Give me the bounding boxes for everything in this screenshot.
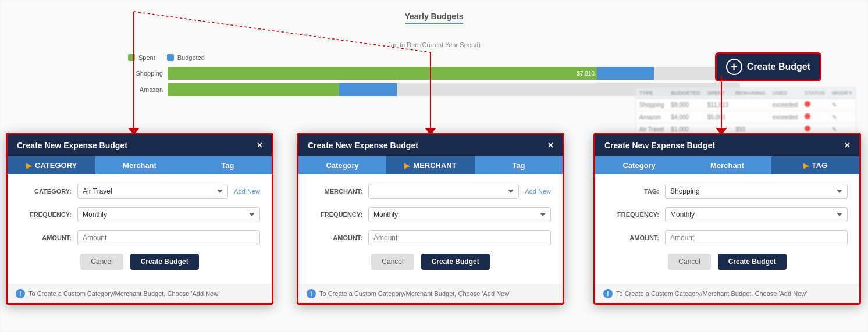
form-row-amount-1: AMOUNT:: [19, 230, 260, 245]
cell-modify[interactable]: ✎: [828, 111, 856, 123]
tab-category-label-3: Category: [622, 161, 655, 170]
cell-remaining: [732, 111, 769, 123]
modal-category: Create New Expense Budget × ▶ CATEGORY M…: [6, 133, 273, 305]
form-row-frequency-1: FREQUENCY: Monthly Weekly Yearly: [19, 207, 260, 222]
info-icon-2: i: [307, 289, 316, 298]
tab-tag-3[interactable]: ▶ TAG: [771, 156, 859, 174]
merchant-select[interactable]: Amazon Walmart: [368, 184, 519, 199]
category-field-label: CATEGORY:: [19, 188, 72, 195]
modal-3-title: Create New Expense Budget: [604, 141, 715, 150]
merchant-field-label: MERCHANT:: [310, 188, 362, 195]
tab-tag-label-3: TAG: [812, 161, 827, 170]
col-spent: SPENT: [704, 88, 732, 99]
modal-3-actions: Cancel Create Budget: [607, 254, 848, 270]
modal-1-close[interactable]: ×: [257, 140, 262, 151]
cell-used: exceeded: [769, 99, 801, 111]
plus-circle-icon: +: [726, 59, 742, 75]
budget-table: TYPE BUDGETED SPENT REMAINING USED STATU…: [635, 87, 856, 136]
cell-status: [801, 111, 828, 123]
col-used: USED: [769, 88, 801, 99]
spent-dot: [128, 54, 135, 61]
category-select[interactable]: Air Travel Shopping Amazon: [77, 184, 228, 199]
footer-text-3: To Create a Custom Category/Merchant Bud…: [616, 290, 807, 297]
frequency-field-label-3: FREQUENCY:: [607, 211, 659, 218]
tab-category-3[interactable]: Category: [595, 156, 683, 174]
budgeted-label: Budgeted: [177, 54, 205, 61]
cancel-button-2[interactable]: Cancel: [371, 254, 414, 270]
budgeted-legend: Budgeted: [167, 54, 205, 61]
tab-tag-1[interactable]: Tag: [184, 156, 272, 174]
create-budget-button[interactable]: + Create Budget: [715, 52, 821, 81]
form-row-tag: TAG: Shopping Travel Food: [607, 184, 848, 199]
modal-2-header: Create New Expense Budget ×: [298, 134, 563, 156]
create-button-1[interactable]: Create Budget: [130, 254, 199, 270]
cancel-button-1[interactable]: Cancel: [80, 254, 123, 270]
tab-category-1[interactable]: ▶ CATEGORY: [8, 156, 95, 174]
spent-legend: Spent: [128, 54, 155, 61]
cell-budgeted: $4,000: [667, 111, 704, 123]
cancel-button-3[interactable]: Cancel: [668, 254, 710, 270]
modal-3-close[interactable]: ×: [845, 140, 850, 151]
col-type: TYPE: [636, 88, 667, 99]
tab-category-2[interactable]: Category: [298, 156, 386, 174]
frequency-field-label-2: FREQUENCY:: [310, 211, 362, 218]
form-row-category: CATEGORY: Air Travel Shopping Amazon Add…: [19, 184, 260, 199]
modal-tag: Create New Expense Budget × Category Mer…: [593, 133, 861, 305]
amount-field-label-3: AMOUNT:: [607, 234, 659, 241]
budgeted-dot: [167, 54, 174, 61]
tab-merchant-2[interactable]: ▶ MERCHANT: [386, 156, 474, 174]
col-modify: MODIFY: [828, 88, 856, 99]
modal-2-title: Create New Expense Budget: [308, 141, 418, 150]
bar-label-amazon: Amazon: [128, 86, 163, 93]
amount-input-3[interactable]: [665, 230, 848, 245]
create-budget-label: Create Budget: [747, 62, 810, 72]
page-title: Yearly Budgets: [12, 12, 856, 21]
modal-1-actions: Cancel Create Budget: [19, 254, 260, 270]
modal-2-close[interactable]: ×: [548, 140, 553, 151]
col-budgeted: BUDGETED: [667, 88, 704, 99]
tab-merchant-1[interactable]: Merchant: [95, 156, 183, 174]
tab-merchant-3[interactable]: Merchant: [683, 156, 771, 174]
add-new-link-2[interactable]: Add New: [525, 188, 551, 195]
modal-1-header: Create New Expense Budget ×: [8, 134, 272, 156]
table-row: Amazon $4,000 $5,000 exceeded ✎: [636, 111, 856, 123]
tab-merchant-label: Merchant: [123, 161, 156, 170]
footer-text-2: To Create a Custom Category/Merchant Bud…: [319, 290, 510, 297]
modal-3-footer: i To Create a Custom Category/Merchant B…: [595, 284, 859, 303]
cell-type: Amazon: [636, 111, 667, 123]
form-row-frequency-3: FREQUENCY: Monthly Weekly Yearly: [607, 207, 848, 222]
modal-1-title: Create New Expense Budget: [17, 141, 127, 150]
info-icon-1: i: [16, 289, 25, 298]
frequency-select-1[interactable]: Monthly Weekly Yearly: [77, 207, 260, 222]
bar-green-shopping: $7,813: [168, 67, 597, 80]
create-button-3[interactable]: Create Budget: [718, 254, 787, 270]
frequency-select-2[interactable]: Monthly Weekly Yearly: [368, 207, 551, 222]
form-row-frequency-2: FREQUENCY: Monthly Weekly Yearly: [310, 207, 551, 222]
cell-spent: $5,000: [704, 111, 732, 123]
modal-1-footer: i To Create a Custom Category/Merchant B…: [8, 284, 272, 303]
cell-spent: $11,813: [704, 99, 732, 111]
modal-1-tabs: ▶ CATEGORY Merchant Tag: [8, 156, 272, 174]
bar-label-shopping: Shopping: [128, 70, 163, 77]
modal-2-body: MERCHANT: Amazon Walmart Add New FREQUEN…: [298, 174, 563, 284]
bar-val-shopping: $7,813: [577, 70, 595, 77]
footer-text-1: To Create a Custom Category/Merchant Bud…: [29, 290, 219, 297]
table-row: Shopping $8,000 $11,813 exceeded ✎: [636, 99, 856, 111]
tag-field-label: TAG:: [607, 188, 659, 195]
amount-input-1[interactable]: [77, 230, 260, 245]
modal-2-actions: Cancel Create Budget: [310, 254, 551, 270]
modal-1-body: CATEGORY: Air Travel Shopping Amazon Add…: [8, 174, 272, 284]
tab-tag-2[interactable]: Tag: [475, 156, 563, 174]
frequency-select-3[interactable]: Monthly Weekly Yearly: [665, 207, 848, 222]
spent-label: Spent: [138, 54, 155, 61]
amount-field-label-2: AMOUNT:: [310, 234, 362, 241]
modal-2-footer: i To Create a Custom Category/Merchant B…: [298, 284, 563, 303]
tab-arrow-icon-3: ▶: [803, 162, 809, 170]
add-new-link-1[interactable]: Add New: [234, 188, 260, 195]
form-row-merchant: MERCHANT: Amazon Walmart Add New: [310, 184, 551, 199]
create-button-2[interactable]: Create Budget: [421, 254, 490, 270]
amount-input-2[interactable]: [368, 230, 551, 245]
tab-merchant-label-3: Merchant: [710, 161, 744, 170]
cell-modify[interactable]: ✎: [828, 99, 856, 111]
tag-select[interactable]: Shopping Travel Food: [665, 184, 848, 199]
